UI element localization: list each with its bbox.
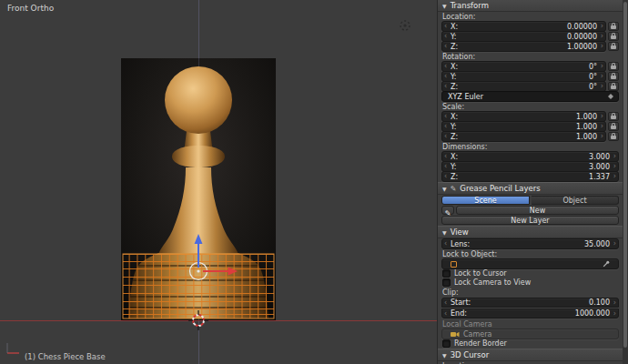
lock-icon (611, 126, 616, 129)
collapse-triangle-icon (442, 2, 447, 10)
panel-header-view[interactable]: View (438, 226, 623, 238)
eyedropper-icon[interactable] (603, 260, 610, 268)
checkbox-icon[interactable] (442, 278, 451, 287)
lock-to-cursor-row[interactable]: Lock to Cursor (438, 269, 623, 278)
panel-header-grease-pencil[interactable]: Grease Pencil Layers (438, 182, 623, 195)
rotation-z-lock-button[interactable] (608, 82, 619, 91)
panel-title: Transform (451, 1, 489, 10)
location-z-field[interactable]: Z: 1.00000 (441, 41, 606, 52)
lock-icon (611, 136, 616, 139)
panel-header-3d-cursor[interactable]: 3D Cursor (438, 349, 623, 361)
new-layer-button[interactable]: New Layer (441, 216, 619, 225)
scale-label: Scale: (438, 102, 623, 111)
clip-label: Clip: (438, 288, 623, 297)
dimensions-x-row: X: 3.000 (438, 152, 623, 161)
scale-z-row: Z: 1.000 (438, 132, 623, 141)
collapse-triangle-icon (442, 351, 447, 359)
panel-scrollbar[interactable] (623, 0, 628, 364)
scrollbar-thumb[interactable] (623, 2, 627, 348)
object-type-icon (451, 261, 457, 268)
lock-camera-to-view-row[interactable]: Lock Camera to View (438, 278, 623, 287)
viewport-scene[interactable] (0, 0, 437, 364)
scale-z-lock-button[interactable] (608, 132, 619, 141)
dimensions-y-row: Y: 3.000 (438, 162, 623, 171)
panel-header-transform[interactable]: Transform (438, 0, 623, 12)
panel-title: View (451, 228, 469, 237)
lock-to-object-label: Lock to Object: (438, 249, 623, 258)
scale-y-row: Y: 1.000 (438, 122, 623, 131)
local-camera-label: Local Camera (438, 319, 623, 329)
lock-icon (611, 116, 616, 119)
gp-draw-mode-button[interactable] (441, 206, 454, 215)
gp-new-button[interactable]: New (456, 206, 619, 215)
location-z-row: Z: 1.00000 (438, 42, 623, 51)
location-x-row: X: 0.00000 (438, 22, 623, 31)
rotation-y-lock-button[interactable] (608, 72, 619, 81)
panel-title: 3D Cursor (451, 350, 490, 359)
lock-object-field[interactable] (441, 258, 619, 269)
view-name-label: Front Ortho (7, 4, 54, 13)
pawn-collar (172, 146, 225, 167)
location-y-lock-button[interactable] (608, 32, 619, 41)
lock-icon (611, 86, 616, 89)
grease-pencil-icon (451, 184, 457, 193)
rotation-x-row: X: 0° (438, 62, 623, 71)
scale-y-lock-button[interactable] (608, 122, 619, 131)
rotation-y-row: Y: 0° (438, 72, 623, 81)
checkbox-icon[interactable] (442, 339, 451, 348)
location-y-row: Y: 0.00000 (438, 32, 623, 41)
lens-field[interactable]: Lens: 35.000 (441, 238, 619, 249)
gp-source-tab-object[interactable]: Object (532, 196, 619, 205)
3d-viewport[interactable]: Front Ortho (1) Chess Piece Base (0, 0, 437, 364)
scale-x-lock-button[interactable] (608, 112, 619, 121)
lock-icon (611, 35, 616, 39)
render-border-row[interactable]: Render Border (438, 339, 623, 348)
rotation-z-row: Z: 0° (438, 82, 623, 91)
gp-source-tab-scene[interactable]: Scene (441, 196, 530, 205)
clip-end-field[interactable]: End: 1000.000 (441, 308, 619, 318)
location-z-lock-button[interactable] (608, 42, 619, 51)
lock-icon (611, 66, 616, 69)
collapse-triangle-icon (442, 228, 447, 237)
dimensions-z-field[interactable]: Z: 1.337 (441, 171, 619, 182)
camera-icon (451, 331, 460, 338)
active-object-label: (1) Chess Piece Base (25, 352, 106, 361)
rotation-label: Rotation: (438, 52, 623, 61)
dimensions-z-row: Z: 1.337 (438, 172, 623, 181)
lock-icon (611, 25, 616, 29)
lock-icon (611, 46, 616, 49)
scale-x-row: X: 1.000 (438, 112, 623, 121)
rotation-x-lock-button[interactable] (608, 62, 619, 71)
dimensions-label: Dimensions: (438, 142, 623, 151)
mini-axis-gizmo (7, 343, 19, 353)
checkbox-icon[interactable] (442, 269, 451, 278)
blender-window: Front Ortho (1) Chess Piece Base Transfo… (0, 0, 628, 364)
rotation-mode-dropdown[interactable]: XYZ Euler (441, 91, 619, 102)
panel-title: Grease Pencil Layers (460, 184, 540, 193)
properties-panel[interactable]: Transform Location: X: 0.00000 Y: 0.0000… (437, 0, 628, 364)
scale-z-field[interactable]: Z: 1.000 (441, 131, 606, 142)
collapse-triangle-icon (442, 185, 447, 193)
camera-field[interactable]: Camera (441, 329, 619, 339)
location-x-lock-button[interactable] (608, 22, 619, 31)
lamp-object-icon[interactable] (400, 21, 410, 30)
pawn-head (165, 66, 232, 134)
clip-start-field[interactable]: Start: 0.100 (441, 298, 619, 308)
lock-icon (611, 76, 616, 79)
location-label: Location: (438, 12, 623, 21)
